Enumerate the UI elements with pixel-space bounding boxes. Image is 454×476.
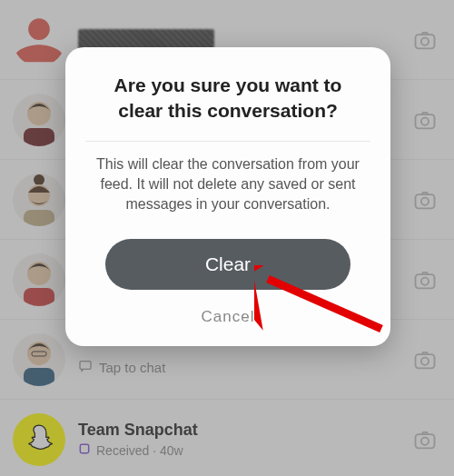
dialog-body: This will clear the conversation from yo… bbox=[85, 154, 370, 215]
clear-button[interactable]: Clear bbox=[105, 239, 350, 290]
divider bbox=[85, 141, 370, 142]
modal-overlay: Are you sure you want to clear this conv… bbox=[0, 0, 454, 476]
clear-conversation-dialog: Are you sure you want to clear this conv… bbox=[65, 47, 390, 346]
cancel-button[interactable]: Cancel bbox=[202, 308, 255, 326]
dialog-title: Are you sure you want to clear this conv… bbox=[85, 73, 370, 124]
